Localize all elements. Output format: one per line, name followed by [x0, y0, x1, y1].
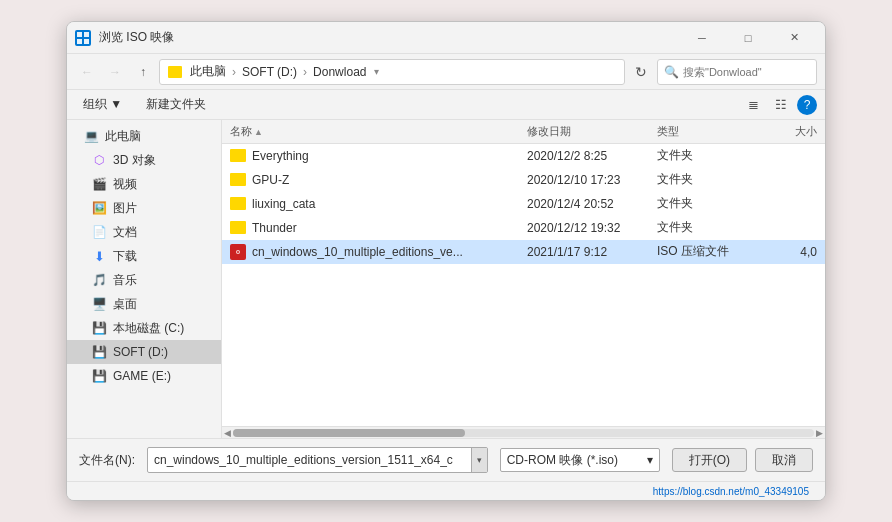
view-controls: ≣ ☷ ?: [741, 94, 817, 116]
address-path[interactable]: 此电脑 › SOFT (D:) › Donwload ▾: [159, 59, 625, 85]
path-dropdown-icon: ▾: [374, 66, 379, 77]
pc-icon: 💻: [83, 128, 99, 144]
filename-label: 文件名(N):: [79, 452, 135, 469]
sidebar-label-video: 视频: [113, 176, 137, 193]
col-header-date[interactable]: 修改日期: [527, 124, 657, 139]
sidebar-item-pc[interactable]: 💻 此电脑: [67, 124, 221, 148]
svg-rect-0: [77, 32, 82, 37]
sidebar-item-image[interactable]: 🖼️ 图片: [67, 196, 221, 220]
maximize-button[interactable]: □: [725, 22, 771, 54]
new-folder-button[interactable]: 新建文件夹: [138, 94, 214, 116]
sidebar-item-drive-d[interactable]: 💾 SOFT (D:): [67, 340, 221, 364]
file-type: ISO 压缩文件: [657, 243, 757, 260]
sidebar-item-drive-c[interactable]: 💾 本地磁盘 (C:): [67, 316, 221, 340]
minimize-button[interactable]: ─: [679, 22, 725, 54]
up-button[interactable]: ↑: [131, 60, 155, 84]
filename-value: cn_windows_10_multiple_editions_version_…: [148, 453, 471, 467]
folder-icon: [230, 149, 246, 162]
sidebar-label-drive-c: 本地磁盘 (C:): [113, 320, 184, 337]
close-button[interactable]: ✕: [771, 22, 817, 54]
file-name: GPU-Z: [252, 173, 289, 187]
app-icon: [75, 30, 91, 46]
window-title: 浏览 ISO 映像: [99, 29, 679, 46]
drive-d-icon: 💾: [91, 344, 107, 360]
toolbar: 组织 ▼ 新建文件夹 ≣ ☷ ?: [67, 90, 825, 120]
sidebar-item-3d[interactable]: ⬡ 3D 对象: [67, 148, 221, 172]
sidebar: 💻 此电脑 ⬡ 3D 对象 🎬 视频 🖼️ 图片: [67, 120, 222, 438]
file-row[interactable]: Thunder 2020/12/12 19:32 文件夹: [222, 216, 825, 240]
footer-url: https://blog.csdn.net/m0_43349105: [645, 484, 817, 499]
file-row[interactable]: Everything 2020/12/2 8:25 文件夹: [222, 144, 825, 168]
svg-rect-3: [84, 39, 89, 44]
sidebar-label-doc: 文档: [113, 224, 137, 241]
col-header-type[interactable]: 类型: [657, 124, 757, 139]
file-list: Everything 2020/12/2 8:25 文件夹 GPU-Z 2020…: [222, 144, 825, 426]
forward-button[interactable]: →: [103, 60, 127, 84]
view-list-button[interactable]: ≣: [741, 94, 765, 116]
sidebar-item-desktop[interactable]: 🖥️ 桌面: [67, 292, 221, 316]
svg-point-6: [237, 251, 239, 253]
sidebar-label-download: 下载: [113, 248, 137, 265]
file-name: liuxing_cata: [252, 197, 315, 211]
path-drive: SOFT (D:): [242, 65, 297, 79]
file-date: 2020/12/4 20:52: [527, 197, 657, 211]
image-icon: 🖼️: [91, 200, 107, 216]
file-size: 4,0: [757, 245, 817, 259]
help-button[interactable]: ?: [797, 95, 817, 115]
video-icon: 🎬: [91, 176, 107, 192]
music-icon: 🎵: [91, 272, 107, 288]
open-button[interactable]: 打开(O): [672, 448, 747, 472]
cancel-button[interactable]: 取消: [755, 448, 813, 472]
file-name: cn_windows_10_multiple_editions_ve...: [252, 245, 463, 259]
view-details-button[interactable]: ☷: [769, 94, 793, 116]
search-input[interactable]: [683, 66, 821, 78]
sidebar-item-music[interactable]: 🎵 音乐: [67, 268, 221, 292]
sidebar-label-drive-d: SOFT (D:): [113, 345, 168, 359]
file-type: 文件夹: [657, 195, 757, 212]
title-bar: 浏览 ISO 映像 ─ □ ✕: [67, 22, 825, 54]
file-row[interactable]: liuxing_cata 2020/12/4 20:52 文件夹: [222, 192, 825, 216]
iso-icon: [230, 244, 246, 260]
sort-icon: ▲: [254, 127, 263, 137]
filetype-dropdown-icon: ▾: [647, 453, 653, 467]
svg-rect-1: [84, 32, 89, 37]
drive-c-icon: 💾: [91, 320, 107, 336]
file-date: 2021/1/17 9:12: [527, 245, 657, 259]
file-type: 文件夹: [657, 171, 757, 188]
col-header-name[interactable]: 名称 ▲: [230, 124, 527, 139]
organize-button[interactable]: 组织 ▼: [75, 94, 130, 116]
refresh-button[interactable]: ↻: [629, 60, 653, 84]
sidebar-label-3d: 3D 对象: [113, 152, 156, 169]
filename-input[interactable]: cn_windows_10_multiple_editions_version_…: [147, 447, 488, 473]
doc-icon: 📄: [91, 224, 107, 240]
search-box[interactable]: 🔍: [657, 59, 817, 85]
back-button[interactable]: ←: [75, 60, 99, 84]
sidebar-item-doc[interactable]: 📄 文档: [67, 220, 221, 244]
folder-icon: [230, 197, 246, 210]
footer: https://blog.csdn.net/m0_43349105: [67, 481, 825, 500]
search-icon: 🔍: [664, 65, 679, 79]
file-name-cell: Everything: [230, 149, 527, 163]
file-row[interactable]: cn_windows_10_multiple_editions_ve... 20…: [222, 240, 825, 264]
filetype-select[interactable]: CD-ROM 映像 (*.iso) ▾: [500, 448, 660, 472]
file-type: 文件夹: [657, 147, 757, 164]
sidebar-item-drive-e[interactable]: 💾 GAME (E:): [67, 364, 221, 388]
file-area: 名称 ▲ 修改日期 类型 大小 Everything 2020/12/2 8:2…: [222, 120, 825, 438]
file-name: Everything: [252, 149, 309, 163]
horizontal-scrollbar[interactable]: ◀ ▶: [222, 426, 825, 438]
col-header-size[interactable]: 大小: [757, 124, 817, 139]
path-folder-icon: [168, 66, 182, 78]
sidebar-item-video[interactable]: 🎬 视频: [67, 172, 221, 196]
file-date: 2020/12/12 19:32: [527, 221, 657, 235]
file-name-cell: liuxing_cata: [230, 197, 527, 211]
sidebar-label-drive-e: GAME (E:): [113, 369, 171, 383]
file-type: 文件夹: [657, 219, 757, 236]
svg-rect-2: [77, 39, 82, 44]
3d-icon: ⬡: [91, 152, 107, 168]
sidebar-label-pc: 此电脑: [105, 128, 141, 145]
main-window: 浏览 ISO 映像 ─ □ ✕ ← → ↑ 此电脑 › SOFT (D:) › …: [66, 21, 826, 501]
filename-dropdown-button[interactable]: ▾: [471, 448, 487, 472]
sidebar-item-download[interactable]: ⬇ 下载: [67, 244, 221, 268]
file-row[interactable]: GPU-Z 2020/12/10 17:23 文件夹: [222, 168, 825, 192]
action-buttons: 打开(O) 取消: [672, 448, 813, 472]
